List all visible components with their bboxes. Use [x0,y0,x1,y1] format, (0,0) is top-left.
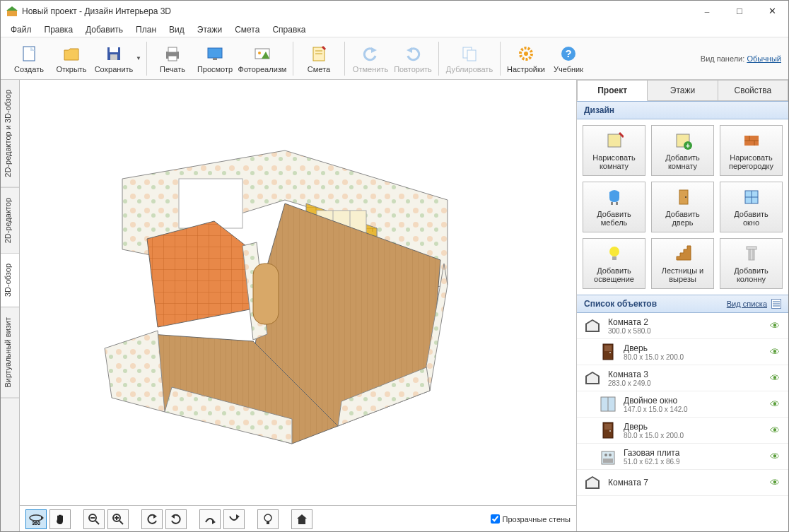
toolbar-photo-button[interactable]: Фотореализм [236,40,288,78]
menu-файл[interactable]: Файл [5,23,37,36]
notes-icon [309,44,329,64]
toolbar-dropdown-icon[interactable]: ▼ [135,40,142,78]
object-item[interactable]: Комната 7👁 [577,470,788,496]
svg-rect-2 [23,47,35,61]
svg-point-82 [685,196,686,198]
visibility-eye-icon[interactable]: 👁 [770,346,783,357]
right-tab[interactable]: Свойства [718,80,788,101]
list-view-icon[interactable] [771,299,781,309]
menu-этажи[interactable]: Этажи [192,23,228,36]
design-draw-room-button[interactable]: Нарисоватькомнату [583,125,645,176]
toolbar-help-button[interactable]: ?Учебник [547,40,590,78]
toolbar-notes-button[interactable]: Смета [298,40,340,78]
room-icon [583,316,602,336]
print-icon [163,44,182,64]
light-icon [604,244,624,264]
side-tab[interactable]: 2D-редактор и 3D-обзор [1,80,19,188]
app-icon [6,6,18,17]
toolbar-separator [146,42,147,76]
svg-rect-79 [611,202,613,205]
right-tab[interactable]: Проект [577,80,648,101]
toolbar-label: Фотореализм [238,65,287,73]
home-icon[interactable] [291,509,312,529]
svg-line-60 [119,521,123,524]
design-add-room-button[interactable]: +Добавитькомнату [651,125,714,176]
toolbar-print-button[interactable]: Печать [151,40,194,78]
visibility-eye-icon[interactable]: 👁 [770,372,783,384]
toolbar-label: Дублировать [446,65,493,73]
side-tab[interactable]: Виртуальный визит [1,307,19,398]
door-icon [598,342,618,362]
toolbar-folder-button[interactable]: Открыть [50,40,93,78]
objects-viewmode-link[interactable]: Вид списка [727,300,767,308]
tilt-down-icon[interactable] [223,509,245,529]
stairs-icon [673,244,693,264]
right-tab[interactable]: Этажи [648,80,718,101]
object-item[interactable]: Комната 3283.0 x 249.0👁 [577,365,788,391]
visibility-eye-icon[interactable]: 👁 [770,320,783,331]
svg-rect-110 [603,459,613,463]
object-item[interactable]: Дверь80.0 x 15.0 x 200.0👁 [577,339,788,365]
side-tab[interactable]: 3D-обзор [1,254,19,307]
svg-text:+: + [686,142,690,150]
pan-icon[interactable] [49,509,71,529]
design-column-button[interactable]: Добавитьколонну [720,238,783,289]
bottom-toolbar: 360 Прозрачные стены [20,505,576,532]
toolbar-doc-button[interactable]: Создать [8,40,50,78]
undo-icon [361,44,380,64]
visibility-eye-icon[interactable]: 👁 [770,451,783,462]
svg-rect-87 [612,256,616,260]
menu-справка[interactable]: Справка [267,23,311,36]
dup-icon [460,44,479,64]
folder-icon [62,44,81,64]
toolbar-label: Отменить [353,65,388,73]
design-door-button[interactable]: Добавитьдверь [651,182,714,232]
design-window-button[interactable]: Добавитьокно [720,182,783,232]
visibility-eye-icon[interactable]: 👁 [770,425,783,436]
menu-смета[interactable]: Смета [229,23,265,36]
menu-план[interactable]: План [130,23,162,36]
menu-вид[interactable]: Вид [163,23,190,36]
svg-marker-19 [371,47,377,53]
objects-header-label: Список объектов [584,299,657,309]
gear-icon [516,44,536,64]
panel-mode-link[interactable]: Обычный [747,54,781,63]
maximize-button[interactable]: □ [723,1,756,22]
toolbar-save-button[interactable]: Сохранить [93,40,135,78]
toolbar-gear-button[interactable]: Настройки [505,40,547,78]
tilt-up-icon[interactable] [199,509,221,529]
visibility-eye-icon[interactable]: 👁 [770,398,783,410]
svg-rect-98 [604,345,612,351]
close-button[interactable]: ✕ [756,1,788,22]
menu-правка[interactable]: Правка [39,23,79,36]
design-stairs-button[interactable]: Лестницы ивырезы [651,238,714,289]
bulb-icon[interactable] [257,509,279,529]
door-icon [673,187,693,207]
rotate-cw-icon[interactable] [165,509,187,529]
object-item[interactable]: Двойное окно147.0 x 15.0 x 142.0👁 [577,391,788,418]
side-tabs: 2D-редактор и 3D-обзор2D-редактор3D-обзо… [1,80,20,532]
object-item[interactable]: Комната 2300.0 x 580.0👁 [577,313,788,339]
menu-добавить[interactable]: Добавить [80,23,129,36]
toolbar-label: Просмотр [197,65,233,73]
3d-viewport[interactable] [20,80,576,505]
zoom-in-icon[interactable] [107,509,129,529]
svg-point-67 [264,514,271,521]
svg-rect-80 [616,202,618,205]
orbit-360-icon[interactable]: 360 [25,509,47,529]
object-item[interactable]: Дверь80.0 x 15.0 x 200.0👁 [577,418,788,444]
visibility-eye-icon[interactable]: 👁 [770,477,783,488]
design-chair-button[interactable]: Добавитьмебель [583,182,645,232]
zoom-out-icon[interactable] [83,509,105,529]
design-wall-button[interactable]: Нарисоватьперегородку [720,125,783,176]
rotate-ccw-icon[interactable] [141,509,163,529]
minimize-button[interactable]: – [691,1,723,22]
window-icon [742,187,761,207]
design-light-button[interactable]: Добавитьосвещение [583,238,645,289]
side-tab[interactable]: 2D-редактор [1,188,19,254]
toolbar-monitor-button[interactable]: Просмотр [194,40,236,78]
object-item[interactable]: Газовая плита51.0 x 62.1 x 86.9👁 [577,444,788,470]
design-header-label: Дизайн [584,105,614,115]
transparent-walls-checkbox[interactable]: Прозрачные стены [491,514,571,524]
svg-marker-20 [407,47,412,53]
